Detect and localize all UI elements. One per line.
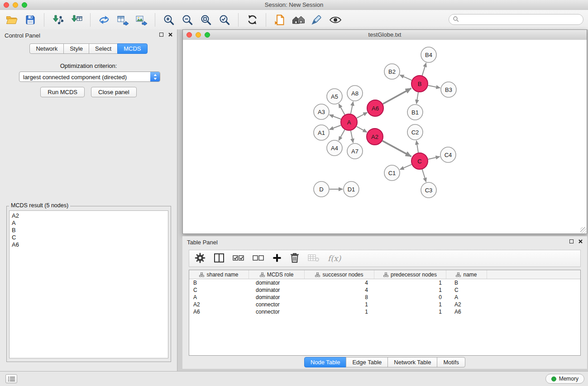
import-network-button[interactable] [50,12,66,28]
edge-A-A8[interactable] [351,102,353,114]
column-header-name[interactable]: name [446,270,487,279]
edge-C-C2[interactable] [416,141,418,152]
node-A4[interactable]: A4 [327,140,342,156]
edge-C-C3[interactable] [422,169,426,182]
zoom-selected-button[interactable] [216,12,233,28]
node-A8[interactable]: A8 [347,86,363,101]
column-header-successor-nodes[interactable]: successor nodes [305,270,374,279]
panel-menu-button[interactable] [5,374,17,383]
search-box[interactable] [449,14,583,25]
node-A[interactable]: A [341,114,357,130]
close-table-panel-icon[interactable] [578,239,583,243]
edge-A-A7[interactable] [351,131,353,143]
edge-C-C4[interactable] [428,157,440,159]
tab-network[interactable]: Network [29,43,64,54]
node-B[interactable]: B [411,76,428,92]
edge-A2-C[interactable] [382,141,411,157]
result-item[interactable]: C [12,234,166,241]
close-panel-icon[interactable] [168,33,172,37]
node-B1[interactable]: B1 [407,105,423,120]
table-row[interactable]: Adominator80A [189,294,580,301]
node-C2[interactable]: C2 [407,124,423,140]
export-image-button[interactable] [133,12,149,28]
edge-A6-B[interactable] [383,88,411,104]
select-all-button[interactable] [233,254,244,263]
tab-network-table[interactable]: Network Table [387,357,437,367]
tab-edge-table[interactable]: Edge Table [346,357,388,367]
table-row[interactable]: A6connector11A6 [189,308,580,315]
float-table-panel-icon[interactable] [569,239,574,243]
column-header-predecessor-nodes[interactable]: predecessor nodes [374,270,446,279]
node-A7[interactable]: A7 [347,143,363,159]
export-network-button[interactable] [96,12,112,28]
column-header-shared-name[interactable]: shared name [189,270,249,279]
close-panel-button[interactable]: Close panel [91,87,137,97]
node-A1[interactable]: A1 [314,125,329,140]
result-item[interactable]: A6 [12,241,166,248]
node-C4[interactable]: C4 [440,147,456,162]
show-hide-eye-button[interactable] [327,12,344,28]
zoom-fit-button[interactable] [198,12,214,28]
style-brush-button[interactable] [309,12,325,28]
split-columns-button[interactable] [214,253,225,264]
node-A3[interactable]: A3 [314,104,329,119]
node-A2[interactable]: A2 [367,129,383,145]
edge-A-A3[interactable] [330,115,341,119]
import-table-button[interactable] [68,12,85,28]
float-panel-icon[interactable] [159,33,163,37]
network-graph[interactable]: B4B2BB3A5A8A6A3B1AC2A1A2A4A7C4CC1C3DD1 [183,40,587,234]
tab-style[interactable]: Style [63,43,89,54]
node-B4[interactable]: B4 [421,47,436,62]
resize-grip-icon[interactable] [580,227,586,233]
edge-A-A5[interactable] [339,104,344,115]
run-mcds-button[interactable]: Run MCDS [40,87,85,97]
table-row[interactable]: Bdominator41B [189,279,580,286]
home-views-button[interactable] [290,12,306,28]
node-C1[interactable]: C1 [384,165,400,181]
edge-B-B4[interactable] [422,63,426,76]
edge-A-A4[interactable] [339,130,344,141]
result-item[interactable]: A2 [12,212,166,219]
result-item[interactable]: B [12,227,166,234]
node-C3[interactable]: C3 [421,182,436,198]
tab-select[interactable]: Select [89,43,118,54]
memory-button[interactable]: Memory [545,374,584,384]
edge-A-A2[interactable] [357,126,367,132]
node-A5[interactable]: A5 [327,89,342,104]
network-canvas[interactable]: B4B2BB3A5A8A6A3B1AC2A1A2A4A7C4CC1C3DD1 [183,40,587,234]
edge-B-B1[interactable] [416,92,418,104]
tab-motifs[interactable]: Motifs [437,357,465,367]
settings-button[interactable] [195,253,206,265]
criterion-dropdown[interactable]: largest connected component (directed) [19,71,160,82]
open-doc-button[interactable] [272,12,288,28]
zoom-out-button[interactable] [179,12,196,28]
tab-node-table[interactable]: Node Table [304,357,347,367]
zoom-in-button[interactable] [161,12,177,28]
save-button[interactable] [22,12,38,28]
table-row[interactable]: A2connector11A2 [189,301,580,308]
edge-B-B3[interactable] [428,86,440,88]
edge-C-C1[interactable] [400,164,412,169]
edge-B-B2[interactable] [400,75,411,81]
search-input[interactable] [461,16,579,23]
node-B3[interactable]: B3 [441,82,456,97]
node-D[interactable]: D [314,181,329,197]
edge-A-A6[interactable] [357,112,368,118]
deselect-all-button[interactable] [253,254,264,263]
node-D1[interactable]: D1 [344,181,359,197]
node-A6[interactable]: A6 [367,100,383,116]
node-B2[interactable]: B2 [384,64,400,79]
open-folder-button[interactable] [4,12,20,28]
table-row[interactable]: Cdominator41C [189,286,580,294]
function-builder-button[interactable]: f(x) [328,254,341,263]
tab-mcds[interactable]: MCDS [117,43,147,54]
delete-table-button[interactable] [308,253,320,264]
result-item[interactable]: A [12,219,166,227]
add-button[interactable] [272,253,282,264]
edge-A-A1[interactable] [330,125,341,130]
node-C[interactable]: C [411,153,428,169]
export-table-button[interactable] [115,12,131,28]
refresh-button[interactable] [244,12,260,28]
column-header-MCDS-role[interactable]: MCDS role [249,270,305,279]
delete-button[interactable] [290,253,300,265]
